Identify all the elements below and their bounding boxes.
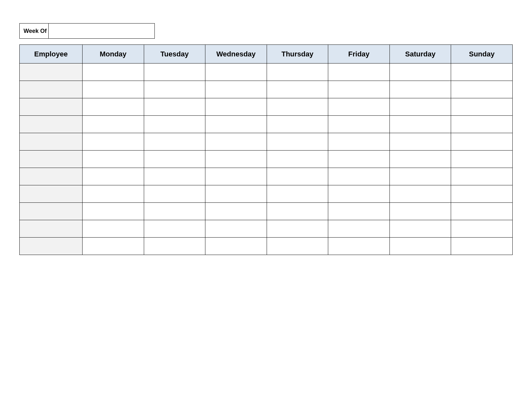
table-row (20, 151, 513, 168)
day-cell[interactable] (389, 98, 451, 116)
day-cell[interactable] (83, 151, 144, 168)
day-cell[interactable] (205, 81, 267, 98)
day-cell[interactable] (144, 116, 205, 133)
employee-cell[interactable] (20, 81, 83, 98)
employee-cell[interactable] (20, 151, 83, 168)
header-sunday: Sunday (451, 45, 513, 64)
header-tuesday: Tuesday (144, 45, 205, 64)
day-cell[interactable] (328, 168, 390, 185)
employee-cell[interactable] (20, 185, 83, 203)
employee-cell[interactable] (20, 220, 83, 238)
header-friday: Friday (328, 45, 390, 64)
table-row (20, 116, 513, 133)
day-cell[interactable] (144, 168, 205, 185)
day-cell[interactable] (389, 151, 451, 168)
day-cell[interactable] (144, 185, 205, 203)
day-cell[interactable] (451, 168, 513, 185)
day-cell[interactable] (83, 203, 144, 220)
day-cell[interactable] (267, 151, 328, 168)
day-cell[interactable] (267, 185, 328, 203)
day-cell[interactable] (328, 203, 390, 220)
day-cell[interactable] (389, 203, 451, 220)
day-cell[interactable] (267, 133, 328, 151)
day-cell[interactable] (328, 64, 390, 81)
day-cell[interactable] (144, 64, 205, 81)
day-cell[interactable] (389, 168, 451, 185)
day-cell[interactable] (83, 81, 144, 98)
day-cell[interactable] (83, 98, 144, 116)
day-cell[interactable] (328, 133, 390, 151)
day-cell[interactable] (451, 133, 513, 151)
day-cell[interactable] (451, 98, 513, 116)
day-cell[interactable] (205, 64, 267, 81)
day-cell[interactable] (328, 81, 390, 98)
day-cell[interactable] (144, 151, 205, 168)
day-cell[interactable] (328, 220, 390, 238)
table-row (20, 238, 513, 255)
day-cell[interactable] (328, 98, 390, 116)
day-cell[interactable] (389, 133, 451, 151)
day-cell[interactable] (267, 81, 328, 98)
day-cell[interactable] (83, 168, 144, 185)
day-cell[interactable] (267, 238, 328, 255)
day-cell[interactable] (205, 168, 267, 185)
day-cell[interactable] (389, 64, 451, 81)
day-cell[interactable] (451, 185, 513, 203)
day-cell[interactable] (144, 133, 205, 151)
day-cell[interactable] (267, 203, 328, 220)
day-cell[interactable] (83, 238, 144, 255)
day-cell[interactable] (389, 238, 451, 255)
day-cell[interactable] (267, 98, 328, 116)
header-monday: Monday (83, 45, 144, 64)
day-cell[interactable] (328, 185, 390, 203)
schedule-table: Employee Monday Tuesday Wednesday Thursd… (19, 44, 513, 255)
employee-cell[interactable] (20, 168, 83, 185)
day-cell[interactable] (451, 220, 513, 238)
day-cell[interactable] (83, 64, 144, 81)
day-cell[interactable] (267, 168, 328, 185)
day-cell[interactable] (451, 203, 513, 220)
day-cell[interactable] (83, 116, 144, 133)
header-row: Employee Monday Tuesday Wednesday Thursd… (20, 45, 513, 64)
day-cell[interactable] (451, 238, 513, 255)
day-cell[interactable] (389, 185, 451, 203)
day-cell[interactable] (144, 81, 205, 98)
day-cell[interactable] (328, 238, 390, 255)
day-cell[interactable] (267, 116, 328, 133)
employee-cell[interactable] (20, 203, 83, 220)
employee-cell[interactable] (20, 64, 83, 81)
day-cell[interactable] (83, 185, 144, 203)
day-cell[interactable] (267, 220, 328, 238)
day-cell[interactable] (144, 203, 205, 220)
day-cell[interactable] (144, 98, 205, 116)
day-cell[interactable] (83, 133, 144, 151)
day-cell[interactable] (205, 133, 267, 151)
table-row (20, 168, 513, 185)
day-cell[interactable] (451, 151, 513, 168)
day-cell[interactable] (205, 185, 267, 203)
day-cell[interactable] (205, 203, 267, 220)
employee-cell[interactable] (20, 238, 83, 255)
week-of-value[interactable] (49, 24, 154, 38)
day-cell[interactable] (267, 64, 328, 81)
table-row (20, 185, 513, 203)
day-cell[interactable] (205, 116, 267, 133)
day-cell[interactable] (389, 81, 451, 98)
day-cell[interactable] (451, 64, 513, 81)
day-cell[interactable] (205, 151, 267, 168)
day-cell[interactable] (205, 238, 267, 255)
day-cell[interactable] (451, 116, 513, 133)
day-cell[interactable] (144, 238, 205, 255)
day-cell[interactable] (451, 81, 513, 98)
day-cell[interactable] (205, 98, 267, 116)
day-cell[interactable] (328, 116, 390, 133)
day-cell[interactable] (389, 116, 451, 133)
employee-cell[interactable] (20, 98, 83, 116)
day-cell[interactable] (389, 220, 451, 238)
day-cell[interactable] (205, 220, 267, 238)
day-cell[interactable] (144, 220, 205, 238)
day-cell[interactable] (328, 151, 390, 168)
employee-cell[interactable] (20, 133, 83, 151)
day-cell[interactable] (83, 220, 144, 238)
employee-cell[interactable] (20, 116, 83, 133)
